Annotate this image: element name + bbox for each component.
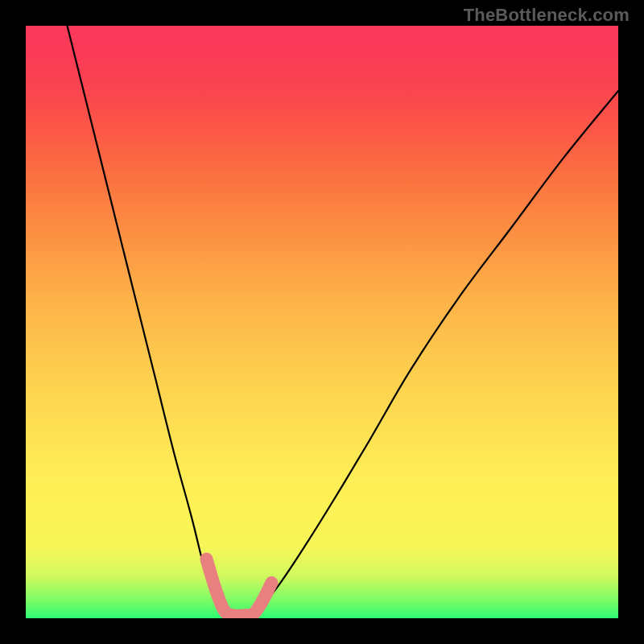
chart-frame: TheBottleneck.com bbox=[0, 0, 644, 644]
left-branch-curve bbox=[68, 26, 228, 618]
right-branch-curve bbox=[251, 91, 618, 618]
plot-area bbox=[26, 26, 618, 618]
bottom-marker bbox=[206, 559, 271, 615]
watermark-text: TheBottleneck.com bbox=[464, 5, 630, 26]
curve-svg bbox=[26, 26, 618, 618]
